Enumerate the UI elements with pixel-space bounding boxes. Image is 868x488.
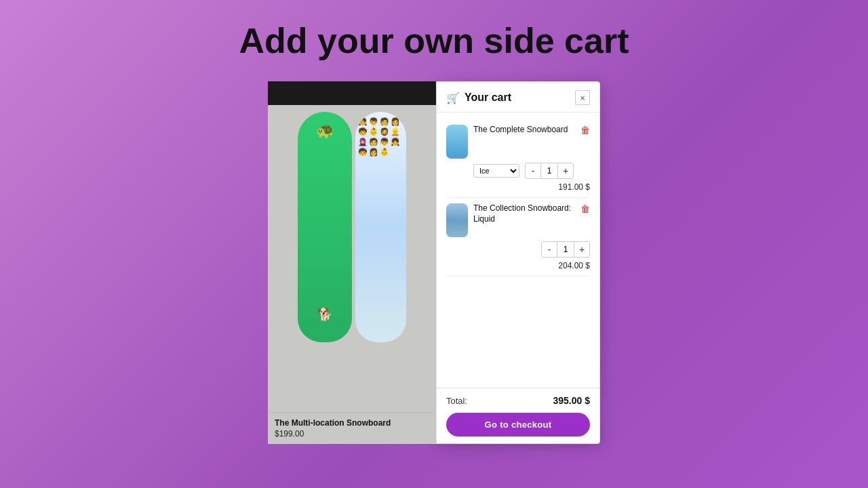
cart-panel: 🛒 Your cart × The Complete Snowboard 🗑 I… — [436, 81, 600, 444]
item-1-delete-button[interactable]: 🗑 — [580, 125, 590, 136]
product-price: $199.00 — [275, 429, 429, 439]
item-2-price-row: 204.00 $ — [446, 261, 590, 270]
cart-close-button[interactable]: × — [575, 90, 590, 105]
cart-item-top: The Complete Snowboard 🗑 — [446, 125, 590, 159]
item-1-qty-controls: - + — [525, 163, 574, 179]
item-1-qty-plus[interactable]: + — [558, 163, 573, 178]
total-amount: 395.00 $ — [553, 395, 591, 406]
product-panel: 👧👦🧑 👩🧒👶 🧔👱🧕 🧑👦👧 🧒👩👶 The Multi-location S… — [268, 81, 436, 444]
item-thumbnail-1 — [446, 125, 468, 159]
cart-item-top: The Collection Snowboard: Liquid 🗑 — [446, 203, 590, 237]
item-thumbnail-2 — [446, 203, 468, 237]
item-1-price: 191.00 $ — [558, 182, 590, 192]
item-1-name: The Complete Snowboard — [473, 125, 575, 136]
item-1-variant-select[interactable]: Ice Powder Spring — [473, 164, 519, 178]
cart-item: The Complete Snowboard 🗑 Ice Powder Spri… — [446, 119, 590, 198]
item-1-qty-minus[interactable]: - — [526, 163, 540, 178]
snowboard-pixel: 👧👦🧑 👩🧒👶 🧔👱🧕 🧑👦👧 🧒👩👶 — [355, 112, 406, 342]
checkout-button[interactable]: Go to checkout — [446, 413, 590, 436]
item-2-qty-minus[interactable]: - — [542, 242, 557, 257]
item-1-price-row: 191.00 $ — [446, 182, 590, 192]
item-2-qty-input[interactable] — [557, 242, 574, 257]
item-1-variant-row: Ice Powder Spring - + — [473, 163, 590, 179]
store-top-bar — [268, 81, 436, 105]
total-label: Total: — [446, 396, 467, 406]
item-2-qty-controls: - + — [541, 241, 590, 258]
cart-header: 🛒 Your cart × — [437, 82, 599, 113]
product-info: The Multi-location Snowboard $199.00 — [268, 412, 436, 444]
item-2-delete-button[interactable]: 🗑 — [580, 203, 590, 214]
item-2-name: The Collection Snowboard: Liquid — [473, 203, 575, 224]
cart-title-text: Your cart — [465, 92, 511, 104]
product-images: 👧👦🧑 👩🧒👶 🧔👱🧕 🧑👦👧 🧒👩👶 — [268, 105, 436, 412]
snowboard-green — [298, 112, 352, 342]
cart-total-row: Total: 395.00 $ — [446, 395, 590, 406]
page-title: Add your own side cart — [239, 20, 629, 61]
product-name: The Multi-location Snowboard — [275, 418, 429, 428]
cart-item: The Collection Snowboard: Liquid 🗑 - + 2… — [446, 198, 590, 277]
cart-footer: Total: 395.00 $ Go to checkout — [437, 388, 599, 443]
cart-icon: 🛒 — [446, 92, 460, 104]
cart-title-group: 🛒 Your cart — [446, 92, 511, 104]
item-1-qty-input[interactable] — [540, 163, 558, 178]
cart-items-list: The Complete Snowboard 🗑 Ice Powder Spri… — [437, 113, 599, 388]
item-2-price: 204.00 $ — [558, 261, 590, 270]
demo-container: 👧👦🧑 👩🧒👶 🧔👱🧕 🧑👦👧 🧒👩👶 The Multi-location S… — [268, 81, 600, 444]
item-2-qty-plus[interactable]: + — [574, 242, 589, 257]
item-2-qty-row: - + — [446, 241, 590, 258]
